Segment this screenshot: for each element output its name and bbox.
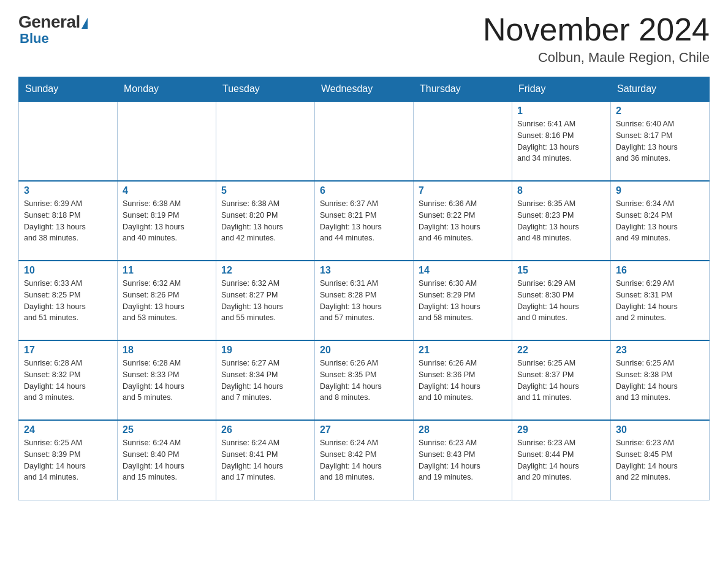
calendar-cell: 3Sunrise: 6:39 AM Sunset: 8:18 PM Daylig… (19, 181, 118, 261)
day-number: 30 (616, 424, 704, 435)
calendar-cell: 9Sunrise: 6:34 AM Sunset: 8:24 PM Daylig… (611, 181, 710, 261)
calendar-cell: 12Sunrise: 6:32 AM Sunset: 8:27 PM Dayli… (216, 261, 315, 340)
calendar-week-row: 24Sunrise: 6:25 AM Sunset: 8:39 PM Dayli… (19, 420, 710, 500)
calendar-week-row: 10Sunrise: 6:33 AM Sunset: 8:25 PM Dayli… (19, 261, 710, 340)
day-number: 24 (24, 424, 112, 435)
day-info: Sunrise: 6:27 AM Sunset: 8:34 PM Dayligh… (221, 358, 309, 404)
day-number: 5 (221, 185, 309, 196)
day-header-monday: Monday (118, 77, 216, 102)
day-number: 16 (616, 265, 704, 276)
day-header-sunday: Sunday (19, 77, 118, 102)
day-info: Sunrise: 6:24 AM Sunset: 8:40 PM Dayligh… (123, 437, 211, 483)
day-info: Sunrise: 6:26 AM Sunset: 8:36 PM Dayligh… (419, 358, 507, 404)
day-number: 12 (221, 265, 309, 276)
calendar-cell: 6Sunrise: 6:37 AM Sunset: 8:21 PM Daylig… (315, 181, 414, 261)
logo-triangle-icon (82, 18, 88, 29)
day-number: 28 (419, 424, 507, 435)
day-info: Sunrise: 6:33 AM Sunset: 8:25 PM Dayligh… (24, 278, 112, 324)
day-number: 23 (616, 345, 704, 356)
day-number: 29 (517, 424, 605, 435)
day-number: 19 (221, 345, 309, 356)
day-info: Sunrise: 6:28 AM Sunset: 8:32 PM Dayligh… (24, 358, 112, 404)
logo: General Blue (18, 12, 88, 47)
day-info: Sunrise: 6:30 AM Sunset: 8:29 PM Dayligh… (419, 278, 507, 324)
day-info: Sunrise: 6:40 AM Sunset: 8:17 PM Dayligh… (616, 118, 704, 164)
calendar-cell (118, 101, 216, 181)
day-info: Sunrise: 6:28 AM Sunset: 8:33 PM Dayligh… (123, 358, 211, 404)
day-info: Sunrise: 6:38 AM Sunset: 8:20 PM Dayligh… (221, 198, 309, 244)
day-info: Sunrise: 6:25 AM Sunset: 8:37 PM Dayligh… (517, 358, 605, 404)
day-number: 11 (123, 265, 211, 276)
day-number: 13 (320, 265, 408, 276)
day-number: 20 (320, 345, 408, 356)
logo-blue-text: Blue (20, 31, 49, 47)
day-info: Sunrise: 6:31 AM Sunset: 8:28 PM Dayligh… (320, 278, 408, 324)
day-info: Sunrise: 6:23 AM Sunset: 8:44 PM Dayligh… (517, 437, 605, 483)
calendar-header-row: SundayMondayTuesdayWednesdayThursdayFrid… (19, 77, 710, 102)
location-title: Colbun, Maule Region, Chile (483, 50, 710, 66)
calendar-cell: 18Sunrise: 6:28 AM Sunset: 8:33 PM Dayli… (118, 340, 216, 420)
day-info: Sunrise: 6:25 AM Sunset: 8:38 PM Dayligh… (616, 358, 704, 404)
day-header-saturday: Saturday (611, 77, 710, 102)
calendar-cell: 15Sunrise: 6:29 AM Sunset: 8:30 PM Dayli… (512, 261, 611, 340)
day-info: Sunrise: 6:24 AM Sunset: 8:41 PM Dayligh… (221, 437, 309, 483)
day-header-friday: Friday (512, 77, 611, 102)
day-number: 15 (517, 265, 605, 276)
calendar-week-row: 3Sunrise: 6:39 AM Sunset: 8:18 PM Daylig… (19, 181, 710, 261)
calendar-cell: 16Sunrise: 6:29 AM Sunset: 8:31 PM Dayli… (611, 261, 710, 340)
calendar-cell: 22Sunrise: 6:25 AM Sunset: 8:37 PM Dayli… (512, 340, 611, 420)
calendar-cell (315, 101, 414, 181)
title-area: November 2024 Colbun, Maule Region, Chil… (483, 12, 710, 66)
day-info: Sunrise: 6:29 AM Sunset: 8:30 PM Dayligh… (517, 278, 605, 324)
day-info: Sunrise: 6:36 AM Sunset: 8:22 PM Dayligh… (419, 198, 507, 244)
day-info: Sunrise: 6:23 AM Sunset: 8:43 PM Dayligh… (419, 437, 507, 483)
day-info: Sunrise: 6:35 AM Sunset: 8:23 PM Dayligh… (517, 198, 605, 244)
day-info: Sunrise: 6:23 AM Sunset: 8:45 PM Dayligh… (616, 437, 704, 483)
calendar-cell: 29Sunrise: 6:23 AM Sunset: 8:44 PM Dayli… (512, 420, 611, 500)
day-number: 8 (517, 185, 605, 196)
calendar-cell: 13Sunrise: 6:31 AM Sunset: 8:28 PM Dayli… (315, 261, 414, 340)
day-info: Sunrise: 6:24 AM Sunset: 8:42 PM Dayligh… (320, 437, 408, 483)
day-header-tuesday: Tuesday (216, 77, 315, 102)
day-number: 1 (517, 105, 605, 117)
day-number: 3 (24, 185, 112, 196)
calendar-cell: 1Sunrise: 6:41 AM Sunset: 8:16 PM Daylig… (512, 101, 611, 181)
day-number: 18 (123, 345, 211, 356)
calendar-cell (216, 101, 315, 181)
calendar-cell: 7Sunrise: 6:36 AM Sunset: 8:22 PM Daylig… (414, 181, 512, 261)
day-info: Sunrise: 6:34 AM Sunset: 8:24 PM Dayligh… (616, 198, 704, 244)
day-info: Sunrise: 6:37 AM Sunset: 8:21 PM Dayligh… (320, 198, 408, 244)
calendar-cell: 21Sunrise: 6:26 AM Sunset: 8:36 PM Dayli… (414, 340, 512, 420)
calendar-cell: 11Sunrise: 6:32 AM Sunset: 8:26 PM Dayli… (118, 261, 216, 340)
day-number: 25 (123, 424, 211, 435)
calendar-cell (19, 101, 118, 181)
calendar-cell: 5Sunrise: 6:38 AM Sunset: 8:20 PM Daylig… (216, 181, 315, 261)
day-number: 4 (123, 185, 211, 196)
month-title: November 2024 (483, 12, 710, 47)
calendar-cell: 30Sunrise: 6:23 AM Sunset: 8:45 PM Dayli… (611, 420, 710, 500)
day-info: Sunrise: 6:38 AM Sunset: 8:19 PM Dayligh… (123, 198, 211, 244)
day-number: 9 (616, 185, 704, 196)
day-number: 14 (419, 265, 507, 276)
calendar-cell: 23Sunrise: 6:25 AM Sunset: 8:38 PM Dayli… (611, 340, 710, 420)
day-info: Sunrise: 6:25 AM Sunset: 8:39 PM Dayligh… (24, 437, 112, 483)
day-number: 17 (24, 345, 112, 356)
day-number: 22 (517, 345, 605, 356)
calendar-week-row: 1Sunrise: 6:41 AM Sunset: 8:16 PM Daylig… (19, 101, 710, 181)
calendar-week-row: 17Sunrise: 6:28 AM Sunset: 8:32 PM Dayli… (19, 340, 710, 420)
calendar-cell: 24Sunrise: 6:25 AM Sunset: 8:39 PM Dayli… (19, 420, 118, 500)
calendar-cell: 4Sunrise: 6:38 AM Sunset: 8:19 PM Daylig… (118, 181, 216, 261)
day-number: 2 (616, 105, 704, 117)
day-number: 27 (320, 424, 408, 435)
day-number: 7 (419, 185, 507, 196)
calendar-cell: 14Sunrise: 6:30 AM Sunset: 8:29 PM Dayli… (414, 261, 512, 340)
day-info: Sunrise: 6:39 AM Sunset: 8:18 PM Dayligh… (24, 198, 112, 244)
calendar-cell: 25Sunrise: 6:24 AM Sunset: 8:40 PM Dayli… (118, 420, 216, 500)
calendar-cell: 20Sunrise: 6:26 AM Sunset: 8:35 PM Dayli… (315, 340, 414, 420)
calendar-table: SundayMondayTuesdayWednesdayThursdayFrid… (18, 77, 710, 500)
day-number: 10 (24, 265, 112, 276)
day-header-thursday: Thursday (414, 77, 512, 102)
calendar-cell: 10Sunrise: 6:33 AM Sunset: 8:25 PM Dayli… (19, 261, 118, 340)
calendar-cell: 17Sunrise: 6:28 AM Sunset: 8:32 PM Dayli… (19, 340, 118, 420)
page-header: General Blue November 2024 Colbun, Maule… (18, 12, 710, 66)
